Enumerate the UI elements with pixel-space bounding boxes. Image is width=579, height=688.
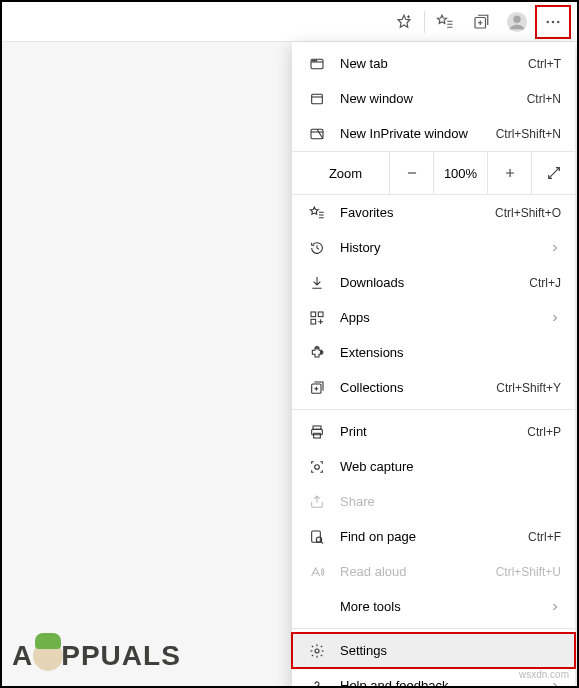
gear-icon <box>306 643 328 659</box>
menu-label: Find on page <box>340 529 528 544</box>
menu-shortcut: Ctrl+Shift+U <box>496 565 561 579</box>
svg-point-7 <box>313 60 314 61</box>
menu-shortcut: Ctrl+T <box>528 57 561 71</box>
zoom-in-button[interactable] <box>487 151 531 195</box>
menu-shortcut: Ctrl+F <box>528 530 561 544</box>
menu-favorites[interactable]: Favorites Ctrl+Shift+O <box>292 195 575 230</box>
svg-rect-13 <box>318 312 323 317</box>
profile-button[interactable] <box>499 6 535 38</box>
svg-point-8 <box>314 60 315 61</box>
menu-shortcut: Ctrl+Shift+N <box>496 127 561 141</box>
menu-new-inprivate[interactable]: New InPrivate window Ctrl+Shift+N <box>292 116 575 151</box>
read-aloud-icon <box>306 564 328 580</box>
help-icon <box>306 678 328 689</box>
collections-button[interactable] <box>463 6 499 38</box>
menu-extensions[interactable]: Extensions <box>292 335 575 370</box>
zoom-label: Zoom <box>292 166 389 181</box>
menu-label: Settings <box>340 643 561 658</box>
share-icon <box>306 494 328 510</box>
menu-label: Web capture <box>340 459 561 474</box>
star-plus-icon <box>395 13 413 31</box>
extensions-icon <box>306 345 328 361</box>
menu-label: New tab <box>340 56 528 71</box>
profile-icon <box>506 11 528 33</box>
svg-rect-10 <box>312 94 323 103</box>
favorites-button[interactable] <box>427 6 463 38</box>
inprivate-icon <box>306 126 328 142</box>
menu-label: Read aloud <box>340 564 496 579</box>
brand-text: PPUALS <box>61 640 181 672</box>
menu-label: Share <box>340 494 561 509</box>
menu-more-tools[interactable]: More tools <box>292 589 575 624</box>
svg-rect-20 <box>314 433 321 438</box>
page-content <box>2 42 293 686</box>
menu-label: Extensions <box>340 345 561 360</box>
menu-web-capture[interactable]: Web capture <box>292 449 575 484</box>
menu-separator <box>292 628 575 629</box>
zoom-value: 100% <box>433 151 487 195</box>
apps-icon <box>306 310 328 326</box>
svg-point-5 <box>557 20 560 23</box>
more-icon <box>544 13 562 31</box>
menu-zoom-row: Zoom 100% <box>292 151 575 195</box>
brand-logo: A PPUALS <box>12 640 181 672</box>
menu-label: Help and feedback <box>340 678 541 688</box>
toolbar-separator <box>424 11 425 33</box>
menu-find[interactable]: Find on page Ctrl+F <box>292 519 575 554</box>
menu-label: Downloads <box>340 275 529 290</box>
more-button[interactable] <box>535 5 571 39</box>
add-favorite-button[interactable] <box>386 6 422 38</box>
menu-read-aloud: Read aloud Ctrl+Shift+U <box>292 554 575 589</box>
minus-icon <box>405 166 419 180</box>
brand-letter: A <box>12 640 33 672</box>
fullscreen-button[interactable] <box>531 151 575 195</box>
chevron-right-icon <box>549 680 561 689</box>
favorites-icon <box>306 205 328 221</box>
menu-history[interactable]: History <box>292 230 575 265</box>
menu-separator <box>292 409 575 410</box>
menu-new-window[interactable]: New window Ctrl+N <box>292 81 575 116</box>
svg-point-3 <box>546 20 549 23</box>
menu-label: History <box>340 240 541 255</box>
menu-label: More tools <box>340 599 541 614</box>
svg-rect-14 <box>311 319 316 324</box>
menu-label: New window <box>340 91 527 106</box>
menu-label: Apps <box>340 310 541 325</box>
collections-icon <box>472 13 490 31</box>
browser-toolbar <box>2 2 577 42</box>
menu-new-tab[interactable]: New tab Ctrl+T <box>292 46 575 81</box>
menu-shortcut: Ctrl+N <box>527 92 561 106</box>
menu-collections[interactable]: Collections Ctrl+Shift+Y <box>292 370 575 405</box>
downloads-icon <box>306 275 328 291</box>
settings-menu: New tab Ctrl+T New window Ctrl+N New InP… <box>292 42 575 688</box>
svg-point-24 <box>315 649 319 653</box>
menu-label: New InPrivate window <box>340 126 496 141</box>
plus-icon <box>503 166 517 180</box>
menu-shortcut: Ctrl+P <box>527 425 561 439</box>
chevron-right-icon <box>549 312 561 324</box>
svg-point-21 <box>315 464 320 469</box>
web-capture-icon <box>306 459 328 475</box>
new-tab-icon <box>306 56 328 72</box>
menu-downloads[interactable]: Downloads Ctrl+J <box>292 265 575 300</box>
menu-label: Favorites <box>340 205 495 220</box>
fullscreen-icon <box>546 165 562 181</box>
menu-settings[interactable]: Settings <box>292 633 575 668</box>
menu-apps[interactable]: Apps <box>292 300 575 335</box>
svg-point-4 <box>552 20 555 23</box>
find-icon <box>306 529 328 545</box>
star-lines-icon <box>436 13 454 31</box>
print-icon <box>306 424 328 440</box>
svg-point-2 <box>513 15 520 22</box>
menu-shortcut: Ctrl+J <box>529 276 561 290</box>
menu-share: Share <box>292 484 575 519</box>
svg-point-9 <box>316 60 317 61</box>
watermark-text: wsxdn.com <box>519 669 569 680</box>
chevron-right-icon <box>549 242 561 254</box>
svg-rect-12 <box>311 312 316 317</box>
chevron-right-icon <box>549 601 561 613</box>
menu-print[interactable]: Print Ctrl+P <box>292 414 575 449</box>
window-icon <box>306 91 328 107</box>
svg-point-23 <box>316 537 321 542</box>
zoom-out-button[interactable] <box>389 151 433 195</box>
